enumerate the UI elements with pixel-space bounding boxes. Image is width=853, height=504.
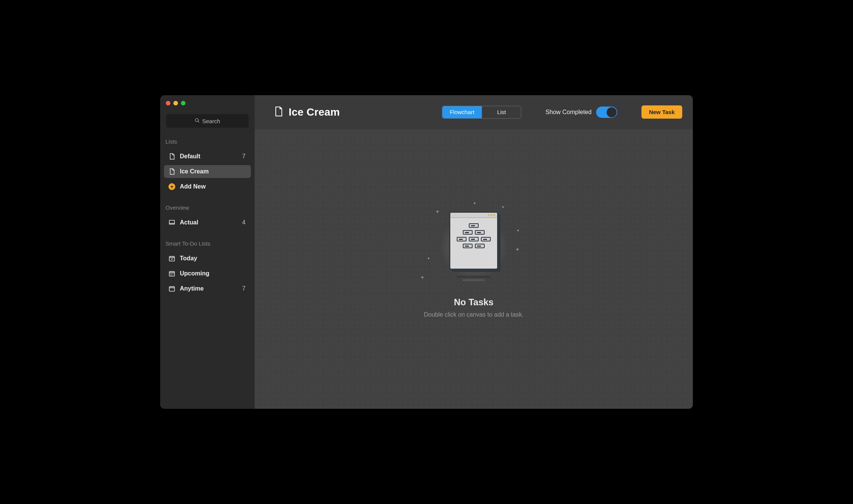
- toolbar: Ice Cream Flowchart List Show Completed …: [255, 95, 693, 129]
- document-icon: [168, 168, 175, 175]
- calendar-blank-icon: [168, 285, 175, 292]
- flowchart-canvas[interactable]: • + • • + + •: [255, 129, 693, 409]
- sidebar-item-label: Upcoming: [180, 270, 241, 277]
- empty-state: • + • • + + •: [421, 197, 527, 318]
- search-input[interactable]: Search: [166, 114, 249, 128]
- sidebar-item-count: 7: [242, 285, 246, 292]
- show-completed-group: Show Completed: [545, 107, 617, 118]
- window-controls: [166, 101, 185, 105]
- app-window: Search Lists Default 7 Ice Cream + Add N…: [160, 95, 693, 409]
- sidebar-item-label: Anytime: [180, 285, 238, 292]
- search-placeholder: Search: [202, 118, 220, 124]
- sidebar-add-new[interactable]: + Add New: [164, 180, 251, 193]
- sidebar-section-overview: Overview: [164, 203, 251, 214]
- tab-flowchart[interactable]: Flowchart: [442, 106, 482, 118]
- sidebar-item-today[interactable]: Today: [164, 252, 251, 265]
- fullscreen-window-button[interactable]: [181, 101, 185, 105]
- tab-list[interactable]: List: [482, 106, 521, 118]
- title-group: Ice Cream: [274, 106, 340, 118]
- page-title: Ice Cream: [289, 106, 340, 118]
- sidebar-item-anytime[interactable]: Anytime 7: [164, 282, 251, 295]
- sidebar-item-label: Today: [180, 255, 241, 262]
- sidebar-item-actual[interactable]: Actual 4: [164, 216, 251, 229]
- show-completed-switch[interactable]: [596, 107, 617, 118]
- document-icon: [168, 153, 175, 160]
- main-panel: Ice Cream Flowchart List Show Completed …: [255, 95, 693, 409]
- sidebar: Search Lists Default 7 Ice Cream + Add N…: [160, 95, 255, 409]
- plus-circle-icon: +: [168, 183, 175, 190]
- sidebar-item-ice-cream[interactable]: Ice Cream: [164, 165, 251, 178]
- svg-rect-3: [169, 287, 175, 291]
- close-window-button[interactable]: [166, 101, 170, 105]
- sidebar-item-default[interactable]: Default 7: [164, 150, 251, 163]
- calendar-icon: [168, 270, 175, 277]
- sidebar-item-count: 4: [242, 219, 246, 226]
- sidebar-item-upcoming[interactable]: Upcoming: [164, 267, 251, 280]
- empty-state-title: No Tasks: [454, 297, 494, 308]
- sidebar-item-label: Default: [180, 153, 238, 160]
- search-icon: [195, 118, 200, 124]
- empty-state-illustration: • + • • + + •: [421, 197, 527, 295]
- sidebar-item-count: 7: [242, 153, 246, 160]
- switch-knob: [607, 107, 617, 117]
- calendar-check-icon: [168, 255, 175, 262]
- sidebar-item-label: Add New: [180, 183, 246, 190]
- empty-state-subtitle: Double click on canvas to add a task.: [424, 311, 524, 318]
- sidebar-item-label: Actual: [180, 219, 238, 226]
- document-icon: [274, 106, 283, 118]
- minimize-window-button[interactable]: [173, 101, 178, 105]
- monitor-icon: [168, 219, 175, 226]
- view-mode-toggle: Flowchart List: [442, 106, 521, 119]
- sidebar-section-smart: Smart To-Do Lists: [164, 239, 251, 250]
- new-task-button[interactable]: New Task: [641, 105, 682, 119]
- sidebar-item-label: Ice Cream: [180, 168, 241, 175]
- sidebar-section-lists: Lists: [164, 137, 251, 148]
- svg-rect-1: [169, 257, 175, 261]
- show-completed-label: Show Completed: [545, 109, 592, 116]
